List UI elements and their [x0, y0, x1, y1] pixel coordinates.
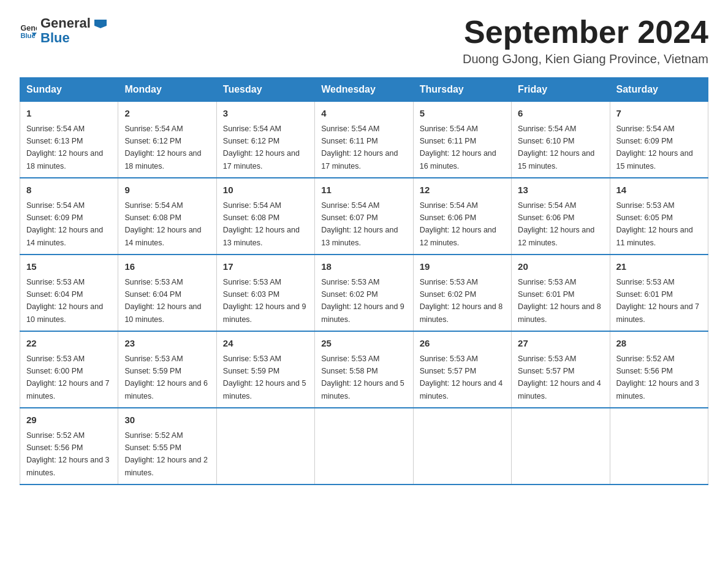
logo-text-general: General [40, 16, 107, 31]
table-row: 14Sunrise: 5:53 AMSunset: 6:05 PMDayligh… [610, 178, 708, 255]
table-row: 10Sunrise: 5:54 AMSunset: 6:08 PMDayligh… [216, 178, 314, 255]
day-info: Sunrise: 5:54 AMSunset: 6:07 PMDaylight:… [321, 201, 398, 247]
table-row: 7Sunrise: 5:54 AMSunset: 6:09 PMDaylight… [610, 102, 708, 178]
table-row [512, 408, 610, 484]
table-row: 2Sunrise: 5:54 AMSunset: 6:12 PMDaylight… [118, 102, 216, 178]
day-info: Sunrise: 5:53 AMSunset: 6:04 PMDaylight:… [26, 278, 103, 324]
day-number: 4 [321, 107, 406, 121]
day-info: Sunrise: 5:53 AMSunset: 6:05 PMDaylight:… [616, 201, 693, 247]
day-info: Sunrise: 5:53 AMSunset: 6:02 PMDaylight:… [420, 278, 503, 324]
calendar-week-row: 1Sunrise: 5:54 AMSunset: 6:13 PMDaylight… [20, 102, 708, 178]
day-info: Sunrise: 5:54 AMSunset: 6:08 PMDaylight:… [124, 201, 201, 247]
table-row: 21Sunrise: 5:53 AMSunset: 6:01 PMDayligh… [610, 255, 708, 331]
day-number: 29 [26, 413, 112, 427]
day-info: Sunrise: 5:53 AMSunset: 6:01 PMDaylight:… [616, 278, 700, 324]
day-number: 19 [420, 260, 505, 274]
page-subtitle: Duong GJong, Kien Giang Province, Vietna… [463, 52, 708, 66]
table-row: 19Sunrise: 5:53 AMSunset: 6:02 PMDayligh… [413, 255, 511, 331]
logo-arrow-icon [94, 20, 107, 28]
day-info: Sunrise: 5:54 AMSunset: 6:13 PMDaylight:… [26, 124, 103, 170]
table-row: 16Sunrise: 5:53 AMSunset: 6:04 PMDayligh… [118, 255, 216, 331]
table-row: 27Sunrise: 5:53 AMSunset: 5:57 PMDayligh… [512, 331, 610, 408]
day-number: 15 [26, 260, 112, 274]
day-info: Sunrise: 5:54 AMSunset: 6:06 PMDaylight:… [420, 201, 496, 247]
day-info: Sunrise: 5:54 AMSunset: 6:06 PMDaylight:… [518, 201, 594, 247]
day-number: 30 [124, 413, 210, 427]
logo-icon: General Blue [20, 21, 37, 39]
day-number: 7 [616, 107, 702, 121]
day-info: Sunrise: 5:52 AMSunset: 5:55 PMDaylight:… [124, 431, 208, 477]
table-row: 25Sunrise: 5:53 AMSunset: 5:58 PMDayligh… [315, 331, 413, 408]
col-saturday: Saturday [610, 78, 708, 102]
day-number: 10 [223, 183, 308, 197]
day-number: 27 [518, 337, 603, 351]
day-info: Sunrise: 5:54 AMSunset: 6:12 PMDaylight:… [223, 124, 300, 170]
day-number: 13 [518, 183, 603, 197]
day-number: 8 [26, 183, 112, 197]
day-number: 16 [124, 260, 210, 274]
header-row: Sunday Monday Tuesday Wednesday Thursday… [20, 78, 708, 102]
logo-text-blue: Blue [40, 31, 107, 45]
table-row: 6Sunrise: 5:54 AMSunset: 6:10 PMDaylight… [512, 102, 610, 178]
table-row: 17Sunrise: 5:53 AMSunset: 6:03 PMDayligh… [216, 255, 314, 331]
day-info: Sunrise: 5:53 AMSunset: 5:59 PMDaylight:… [124, 354, 208, 400]
table-row [413, 408, 511, 484]
day-info: Sunrise: 5:54 AMSunset: 6:08 PMDaylight:… [223, 201, 300, 247]
calendar-week-row: 29Sunrise: 5:52 AMSunset: 5:56 PMDayligh… [20, 408, 708, 484]
table-row: 18Sunrise: 5:53 AMSunset: 6:02 PMDayligh… [315, 255, 413, 331]
table-row: 15Sunrise: 5:53 AMSunset: 6:04 PMDayligh… [20, 255, 118, 331]
day-number: 22 [26, 337, 112, 351]
day-number: 17 [223, 260, 308, 274]
day-number: 14 [616, 183, 702, 197]
day-info: Sunrise: 5:53 AMSunset: 6:00 PMDaylight:… [26, 354, 110, 400]
table-row: 9Sunrise: 5:54 AMSunset: 6:08 PMDaylight… [118, 178, 216, 255]
col-tuesday: Tuesday [216, 78, 314, 102]
day-info: Sunrise: 5:54 AMSunset: 6:11 PMDaylight:… [321, 124, 398, 170]
col-monday: Monday [118, 78, 216, 102]
table-row: 29Sunrise: 5:52 AMSunset: 5:56 PMDayligh… [20, 408, 118, 484]
title-block: September 2024 Duong GJong, Kien Giang P… [463, 15, 708, 66]
calendar-week-row: 8Sunrise: 5:54 AMSunset: 6:09 PMDaylight… [20, 178, 708, 255]
day-info: Sunrise: 5:54 AMSunset: 6:12 PMDaylight:… [124, 124, 201, 170]
table-row: 12Sunrise: 5:54 AMSunset: 6:06 PMDayligh… [413, 178, 511, 255]
day-info: Sunrise: 5:53 AMSunset: 6:03 PMDaylight:… [223, 278, 306, 324]
day-number: 12 [420, 183, 505, 197]
day-info: Sunrise: 5:53 AMSunset: 5:57 PMDaylight:… [420, 354, 503, 400]
day-info: Sunrise: 5:52 AMSunset: 5:56 PMDaylight:… [26, 431, 110, 477]
day-info: Sunrise: 5:52 AMSunset: 5:56 PMDaylight:… [616, 354, 700, 400]
table-row: 5Sunrise: 5:54 AMSunset: 6:11 PMDaylight… [413, 102, 511, 178]
day-number: 20 [518, 260, 603, 274]
table-row: 3Sunrise: 5:54 AMSunset: 6:12 PMDaylight… [216, 102, 314, 178]
day-number: 9 [124, 183, 210, 197]
col-wednesday: Wednesday [315, 78, 413, 102]
header-area: General Blue General Blue September 2024… [20, 15, 708, 66]
svg-text:Blue: Blue [20, 32, 35, 39]
day-info: Sunrise: 5:53 AMSunset: 6:02 PMDaylight:… [321, 278, 404, 324]
calendar-week-row: 15Sunrise: 5:53 AMSunset: 6:04 PMDayligh… [20, 255, 708, 331]
table-row [610, 408, 708, 484]
table-row: 30Sunrise: 5:52 AMSunset: 5:55 PMDayligh… [118, 408, 216, 484]
day-number: 11 [321, 183, 406, 197]
day-number: 24 [223, 337, 308, 351]
day-number: 3 [223, 107, 308, 121]
col-thursday: Thursday [413, 78, 511, 102]
day-info: Sunrise: 5:54 AMSunset: 6:09 PMDaylight:… [26, 201, 103, 247]
table-row: 26Sunrise: 5:53 AMSunset: 5:57 PMDayligh… [413, 331, 511, 408]
day-number: 6 [518, 107, 603, 121]
calendar-week-row: 22Sunrise: 5:53 AMSunset: 6:00 PMDayligh… [20, 331, 708, 408]
table-row: 13Sunrise: 5:54 AMSunset: 6:06 PMDayligh… [512, 178, 610, 255]
day-number: 21 [616, 260, 702, 274]
calendar-table: Sunday Monday Tuesday Wednesday Thursday… [20, 77, 708, 485]
table-row: 20Sunrise: 5:53 AMSunset: 6:01 PMDayligh… [512, 255, 610, 331]
table-row: 8Sunrise: 5:54 AMSunset: 6:09 PMDaylight… [20, 178, 118, 255]
day-number: 5 [420, 107, 505, 121]
day-number: 28 [616, 337, 702, 351]
day-info: Sunrise: 5:54 AMSunset: 6:11 PMDaylight:… [420, 124, 496, 170]
day-info: Sunrise: 5:53 AMSunset: 5:59 PMDaylight:… [223, 354, 306, 400]
table-row: 28Sunrise: 5:52 AMSunset: 5:56 PMDayligh… [610, 331, 708, 408]
day-number: 18 [321, 260, 406, 274]
day-info: Sunrise: 5:53 AMSunset: 5:57 PMDaylight:… [518, 354, 601, 400]
table-row: 22Sunrise: 5:53 AMSunset: 6:00 PMDayligh… [20, 331, 118, 408]
day-info: Sunrise: 5:53 AMSunset: 5:58 PMDaylight:… [321, 354, 404, 400]
table-row [315, 408, 413, 484]
